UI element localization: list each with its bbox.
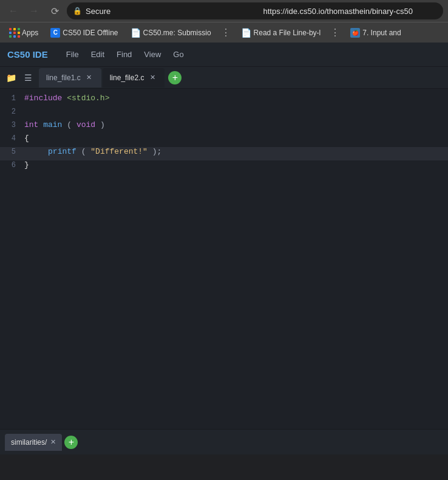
code-line-5: 5 printf ( "Different!" ); xyxy=(0,147,448,160)
bottom-tab-close[interactable]: ✕ xyxy=(50,438,56,446)
bookmark-apps-label: Apps xyxy=(22,29,38,37)
tab-line-file2[interactable]: line_file2.c ✕ xyxy=(103,68,165,87)
lock-icon: 🔒 xyxy=(73,7,82,15)
line-num-1: 1 xyxy=(0,94,24,103)
code-line-3: 3 int main ( void ) xyxy=(0,120,448,134)
bookmark-cs50-sub-label: CS50.me: Submissio xyxy=(143,29,211,37)
code-content-6: } xyxy=(24,160,29,170)
code-content-4: { xyxy=(24,134,29,143)
ide-logo: CS50 IDE xyxy=(7,49,48,60)
ide-window: CS50 IDE File Edit Find View Go 📁 ☰ line… xyxy=(0,43,448,454)
forward-button[interactable]: → xyxy=(25,2,42,19)
line-num-6: 6 xyxy=(0,161,24,170)
bookmark-cs50-ide[interactable]: C CS50 IDE Offline xyxy=(46,27,123,39)
bookmark-apps[interactable]: Apps xyxy=(5,27,43,39)
keyword-include: #include xyxy=(24,94,62,103)
keyword-void: void xyxy=(76,120,95,129)
add-tab-button[interactable]: + xyxy=(168,71,182,84)
code-line-4: 4 { xyxy=(0,134,448,147)
open-brace: { xyxy=(24,134,29,143)
code-line-6: 6 } xyxy=(0,160,448,174)
hamburger-button[interactable]: ☰ xyxy=(19,69,36,86)
line-num-2: 2 xyxy=(0,108,24,116)
back-button[interactable]: ← xyxy=(5,2,22,19)
bottom-add-button[interactable]: + xyxy=(64,436,78,449)
func-printf: printf xyxy=(48,147,76,156)
code-content-1: #include <stdio.h> xyxy=(24,94,109,103)
tab-line-file1[interactable]: line_file1.c ✕ xyxy=(39,68,101,87)
doc-icon2: 📄 xyxy=(241,28,251,38)
menu-edit[interactable]: Edit xyxy=(85,47,110,61)
bookmark-cs50-sub[interactable]: 📄 CS50.me: Submissio xyxy=(126,27,216,39)
bottom-add-icon: + xyxy=(69,437,74,448)
menu-view[interactable]: View xyxy=(138,47,167,61)
tab-line-file2-close[interactable]: ✕ xyxy=(148,73,157,83)
ide-menu-bar: CS50 IDE File Edit Find View Go xyxy=(0,43,448,67)
apps-icon xyxy=(10,28,19,38)
line-num-4: 4 xyxy=(0,134,24,143)
menu-go[interactable]: Go xyxy=(167,47,189,61)
doc-icon: 📄 xyxy=(131,28,141,38)
bookmark-read-file-label: Read a File Line-by-l xyxy=(254,29,321,37)
bottom-tab-similarities[interactable]: similarities/ ✕ xyxy=(5,434,62,451)
bottom-tab-label: similarities/ xyxy=(11,438,47,447)
line-num-5: 5 xyxy=(0,148,24,156)
header-stdio: <stdio.h> xyxy=(67,94,109,103)
string-different: "Different!" xyxy=(90,147,148,156)
code-editor[interactable]: 1 #include <stdio.h> 2 3 int main ( void… xyxy=(0,89,448,454)
address-url: https://ide.cs50.io/thomasthein/binary-c… xyxy=(263,7,438,16)
menu-file[interactable]: File xyxy=(60,47,85,61)
line-num-3: 3 xyxy=(0,121,24,129)
python-favicon: 🍎 xyxy=(350,28,360,38)
bookmark-python-label: 7. Input and xyxy=(362,29,401,37)
tab-line-file2-label: line_file2.c xyxy=(110,74,144,82)
bookmark-python[interactable]: 🍎 7. Input and xyxy=(345,27,406,39)
bookmark-ellipsis1: ⋮ xyxy=(219,27,234,38)
browser-nav-bar: ← → ⟳ 🔒 Secure https://ide.cs50.io/thoma… xyxy=(0,0,448,22)
bottom-bar: similarities/ ✕ + xyxy=(0,429,448,454)
add-tab-icon: + xyxy=(172,72,178,83)
menu-find[interactable]: Find xyxy=(110,47,138,61)
func-main: main xyxy=(43,120,62,129)
code-content-2 xyxy=(24,107,29,116)
code-content-5: printf ( "Different!" ); xyxy=(24,147,161,156)
cs50-ide-favicon: C xyxy=(50,28,60,38)
tab-line-file1-close[interactable]: ✕ xyxy=(84,73,94,83)
bookmark-cs50-ide-label: CS50 IDE Offline xyxy=(63,29,118,37)
code-line-1: 1 #include <stdio.h> xyxy=(0,94,448,107)
tabs-bar: 📁 ☰ line_file1.c ✕ line_file2.c ✕ + xyxy=(0,67,448,89)
code-line-2: 2 xyxy=(0,107,448,120)
bookmark-read-file[interactable]: 📄 Read a File Line-by-l xyxy=(236,27,326,39)
tab-line-file1-label: line_file1.c xyxy=(46,74,81,82)
code-content-3: int main ( void ) xyxy=(24,120,105,129)
close-brace: } xyxy=(24,160,29,170)
bookmarks-bar: Apps C CS50 IDE Offline 📄 CS50.me: Submi… xyxy=(0,22,448,43)
address-bar[interactable]: 🔒 Secure https://ide.cs50.io/thomasthein… xyxy=(67,2,443,19)
folder-button[interactable]: 📁 xyxy=(2,69,19,86)
address-text: Secure xyxy=(86,7,260,16)
reload-button[interactable]: ⟳ xyxy=(46,2,63,19)
bookmark-ellipsis2: ⋮ xyxy=(328,27,343,38)
keyword-int: int xyxy=(24,120,38,129)
